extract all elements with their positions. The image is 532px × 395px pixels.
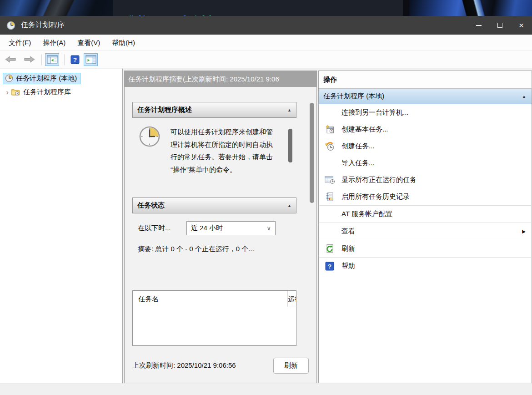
- maximize-icon: [497, 23, 502, 28]
- task-status-section-header[interactable]: 任务状态 ▲: [132, 198, 296, 213]
- desktop-wallpaper-left: [0, 0, 113, 16]
- center-scrollbar-thumb[interactable]: [310, 103, 314, 203]
- close-icon: ×: [519, 21, 524, 30]
- toolbar-nav: [4, 53, 38, 66]
- desktop-wallpaper-right: [409, 0, 532, 16]
- menu-action[interactable]: 操作(A): [37, 35, 71, 51]
- task-table: 任务名 运行结果: [132, 290, 296, 346]
- minimize-button[interactable]: [468, 16, 489, 35]
- svg-text:?: ?: [73, 56, 76, 63]
- refresh-icon: [323, 244, 336, 253]
- action-view[interactable]: 查看 ▶: [319, 223, 532, 240]
- tree-item-label: 任务计划程序库: [23, 88, 71, 96]
- minimize-icon: [476, 25, 482, 26]
- collapse-icon: ▲: [287, 203, 291, 208]
- tree-selection: 任务计划程序 (本地): [3, 73, 80, 84]
- actions-group-title: 任务计划程序 (本地): [323, 92, 384, 101]
- menu-help[interactable]: 帮助(H): [106, 35, 141, 51]
- status-filter-row: 在以下时... 近 24 小时 ∨: [138, 221, 296, 235]
- collapse-icon: ▲: [522, 94, 526, 99]
- action-item-label: 连接到另一台计算机...: [341, 108, 409, 117]
- title-bar: 任务计划程序 ×: [0, 16, 532, 35]
- action-item-label: 启用所有任务历史记录: [341, 192, 410, 201]
- toolbar-separator2: [64, 54, 65, 65]
- big-clock-icon: [139, 126, 161, 147]
- tree-item-task-scheduler-local[interactable]: 任务计划程序 (本地): [3, 72, 122, 85]
- chevron-down-icon: ∨: [266, 225, 271, 232]
- actions-pane-title: 操作: [319, 71, 532, 89]
- create-task-icon: [323, 142, 336, 151]
- screen: ┌──(kali㉿ 20232420lzy)-[~] └─$ 任务计划程序 × …: [0, 0, 532, 395]
- action-item-label: 查看: [341, 227, 355, 236]
- overview-text: 可以使用任务计划程序来创建和管理计算机将在所指定的时间自动执行的常见任务。若要开…: [171, 126, 279, 189]
- help-toolbar-button[interactable]: ?: [68, 53, 82, 66]
- action-enable-task-history[interactable]: 启用所有任务历史记录: [319, 188, 532, 205]
- close-button[interactable]: ×: [511, 16, 532, 35]
- run-result-column-header[interactable]: 运行结果: [288, 291, 296, 307]
- summary-pane-header: 任务计划程序摘要(上次刷新时间: 2025/10/21 9:06: [125, 71, 316, 87]
- action-create-task[interactable]: 创建任务...: [319, 138, 532, 155]
- task-name-column-header[interactable]: 任务名: [133, 291, 288, 307]
- action-item-label: 刷新: [341, 244, 355, 253]
- summary-pane: 任务计划程序摘要(上次刷新时间: 2025/10/21 9:06 任务计划程序概…: [124, 71, 317, 383]
- overview-scrollbar-thumb[interactable]: [288, 129, 292, 162]
- submenu-arrow-icon: ▶: [522, 229, 526, 234]
- action-connect-to-another-computer[interactable]: 连接到另一台计算机...: [319, 104, 532, 121]
- show-console-tree-button[interactable]: [45, 53, 59, 66]
- tree-item-task-scheduler-library[interactable]: › 任务计划程序库: [3, 86, 122, 98]
- console-tree-pane: 任务计划程序 (本地) › 任务计划程序库: [0, 69, 123, 383]
- action-item-label: 导入任务...: [341, 159, 375, 167]
- running-tasks-icon: [323, 176, 336, 184]
- terminal-window[interactable]: ┌──(kali㉿ 20232420lzy)-[~] └─$: [113, 0, 403, 16]
- forward-button[interactable]: [22, 53, 36, 66]
- action-item-label: 帮助: [341, 262, 355, 270]
- maximize-button[interactable]: [489, 16, 511, 35]
- collapse-icon: ▲: [287, 108, 291, 112]
- back-button[interactable]: [4, 53, 18, 66]
- action-item-label: 显示所有正在运行的任务: [341, 176, 417, 184]
- status-bar: [0, 384, 532, 395]
- task-status-section: 任务状态 ▲ 在以下时... 近 24 小时 ∨ 摘要: 总计 0 个 - 0 …: [132, 198, 296, 253]
- action-at-service-account-config[interactable]: AT 服务帐户配置: [319, 206, 532, 223]
- action-refresh[interactable]: 刷新: [319, 240, 532, 257]
- overview-section: 任务计划程序概述 ▲ 可以使用任务计划程序来创建和管理计算机将在所指定的时间自动…: [132, 102, 296, 189]
- task-scheduler-clock-icon: [6, 21, 15, 30]
- folder-clock-icon: [11, 88, 20, 96]
- overview-section-header[interactable]: 任务计划程序概述 ▲: [132, 102, 296, 118]
- window-title: 任务计划程序: [21, 20, 65, 30]
- menu-bar: 文件(F) 操作(A) 查看(V) 帮助(H): [0, 35, 532, 51]
- action-item-label: 创建任务...: [341, 142, 375, 151]
- time-range-value: 近 24 小时: [191, 224, 223, 233]
- forward-arrow-icon: [23, 55, 35, 64]
- last-refresh-label: 上次刷新时间: 2025/10/21 9:06:56: [132, 361, 236, 370]
- help-icon: ?: [323, 262, 336, 271]
- actions-pane: 操作 任务计划程序 (本地) ▲ 连接到另一台计算机... 创建基本任务... …: [318, 71, 532, 383]
- overview-body: 可以使用任务计划程序来创建和管理计算机将在所指定的时间自动执行的常见任务。若要开…: [132, 118, 296, 189]
- action-import-task[interactable]: 导入任务...: [319, 155, 532, 172]
- action-create-basic-task[interactable]: 创建基本任务...: [319, 121, 532, 138]
- menu-file[interactable]: 文件(F): [3, 35, 37, 51]
- show-action-pane-button[interactable]: [84, 53, 98, 66]
- window-controls: ×: [468, 16, 532, 35]
- action-item-label: 创建基本任务...: [341, 125, 388, 134]
- actions-group-header[interactable]: 任务计划程序 (本地) ▲: [319, 89, 532, 104]
- tree-item-label: 任务计划程序 (本地): [16, 74, 77, 83]
- refresh-button[interactable]: 刷新: [273, 358, 309, 374]
- action-display-running-tasks[interactable]: 显示所有正在运行的任务: [319, 172, 532, 188]
- summary-footer: 上次刷新时间: 2025/10/21 9:06:56 刷新: [132, 358, 309, 374]
- action-help[interactable]: ? 帮助: [319, 258, 532, 274]
- task-status-title: 任务状态: [137, 201, 165, 210]
- svg-text:?: ?: [328, 263, 331, 269]
- action-pane-icon: [85, 55, 96, 64]
- menu-view[interactable]: 查看(V): [71, 35, 106, 51]
- toolbar: ?: [0, 51, 532, 68]
- back-arrow-icon: [5, 55, 17, 64]
- create-basic-task-icon: [323, 125, 336, 134]
- status-summary-text: 摘要: 总计 0 个 - 0 个正在运行，0 个...: [138, 245, 296, 253]
- status-filter-label: 在以下时...: [138, 224, 186, 233]
- action-item-label: AT 服务帐户配置: [341, 210, 392, 218]
- time-range-select[interactable]: 近 24 小时 ∨: [186, 221, 276, 235]
- console-tree-icon: [47, 55, 58, 64]
- task-history-icon: [323, 192, 336, 202]
- chevron-right-icon[interactable]: ›: [4, 88, 11, 96]
